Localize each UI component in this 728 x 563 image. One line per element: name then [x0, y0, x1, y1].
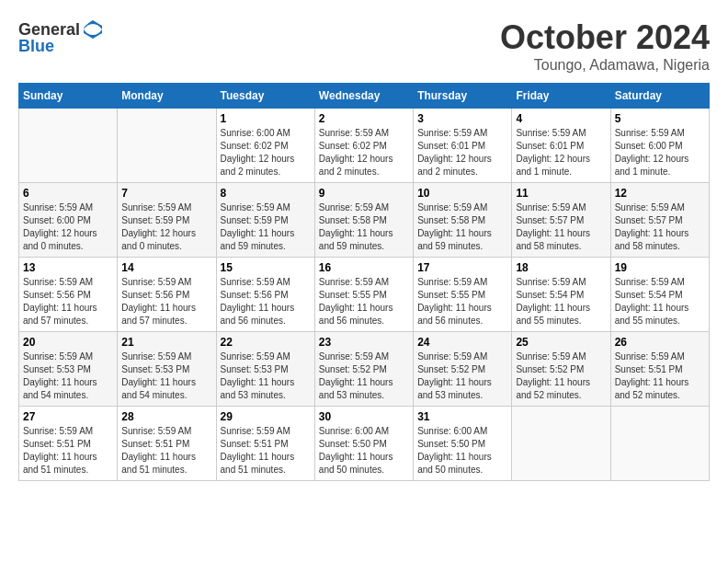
- calendar-cell: 16Sunrise: 5:59 AMSunset: 5:55 PMDayligh…: [314, 258, 413, 332]
- calendar-week-row: 20Sunrise: 5:59 AMSunset: 5:53 PMDayligh…: [19, 332, 710, 407]
- title-area: October 2024 Toungo, Adamawa, Nigeria: [500, 18, 710, 74]
- day-info: Sunrise: 5:59 AMSunset: 5:56 PMDaylight:…: [221, 276, 311, 327]
- weekday-header-friday: Friday: [512, 84, 610, 109]
- calendar-cell: 24Sunrise: 5:59 AMSunset: 5:52 PMDayligh…: [414, 332, 512, 407]
- calendar-week-row: 13Sunrise: 5:59 AMSunset: 5:56 PMDayligh…: [19, 258, 710, 332]
- day-number: 25: [516, 336, 606, 349]
- day-number: 26: [615, 336, 705, 349]
- calendar-cell: 9Sunrise: 5:59 AMSunset: 5:58 PMDaylight…: [314, 183, 413, 258]
- day-info: Sunrise: 5:59 AMSunset: 5:57 PMDaylight:…: [615, 201, 705, 253]
- day-number: 27: [23, 410, 113, 423]
- day-number: 16: [319, 261, 409, 274]
- day-info: Sunrise: 5:59 AMSunset: 6:01 PMDaylight:…: [516, 127, 606, 178]
- day-info: Sunrise: 5:59 AMSunset: 6:00 PMDaylight:…: [615, 127, 705, 178]
- day-number: 4: [516, 112, 606, 125]
- day-info: Sunrise: 5:59 AMSunset: 5:51 PMDaylight:…: [615, 350, 705, 402]
- calendar-cell: 12Sunrise: 5:59 AMSunset: 5:57 PMDayligh…: [610, 183, 709, 258]
- logo-icon: [82, 18, 104, 40]
- calendar-week-row: 6Sunrise: 5:59 AMSunset: 6:00 PMDaylight…: [19, 183, 710, 258]
- calendar-cell: 20Sunrise: 5:59 AMSunset: 5:53 PMDayligh…: [19, 332, 118, 407]
- day-info: Sunrise: 6:00 AMSunset: 5:50 PMDaylight:…: [319, 425, 409, 477]
- calendar-week-row: 27Sunrise: 5:59 AMSunset: 5:51 PMDayligh…: [19, 407, 710, 481]
- calendar-cell: 6Sunrise: 5:59 AMSunset: 6:00 PMDaylight…: [19, 183, 118, 258]
- day-number: 14: [121, 261, 211, 274]
- day-number: 11: [516, 187, 606, 200]
- day-number: 19: [615, 261, 705, 274]
- weekday-header-tuesday: Tuesday: [216, 84, 314, 109]
- day-info: Sunrise: 5:59 AMSunset: 5:54 PMDaylight:…: [516, 276, 606, 327]
- day-info: Sunrise: 5:59 AMSunset: 6:00 PMDaylight:…: [23, 201, 113, 253]
- day-info: Sunrise: 5:59 AMSunset: 5:52 PMDaylight:…: [417, 350, 507, 402]
- day-number: 8: [221, 187, 311, 200]
- day-info: Sunrise: 5:59 AMSunset: 5:56 PMDaylight:…: [121, 276, 211, 327]
- day-number: 24: [417, 336, 507, 349]
- calendar-cell: 21Sunrise: 5:59 AMSunset: 5:53 PMDayligh…: [118, 332, 216, 407]
- day-info: Sunrise: 5:59 AMSunset: 5:53 PMDaylight:…: [221, 350, 311, 402]
- day-info: Sunrise: 5:59 AMSunset: 5:53 PMDaylight:…: [23, 350, 113, 402]
- calendar-cell: 25Sunrise: 5:59 AMSunset: 5:52 PMDayligh…: [512, 332, 610, 407]
- day-number: 9: [319, 187, 409, 200]
- calendar-cell: 18Sunrise: 5:59 AMSunset: 5:54 PMDayligh…: [512, 258, 610, 332]
- calendar-cell: [512, 407, 610, 481]
- day-info: Sunrise: 5:59 AMSunset: 6:01 PMDaylight:…: [417, 127, 507, 178]
- calendar-cell: 31Sunrise: 6:00 AMSunset: 5:50 PMDayligh…: [414, 407, 512, 481]
- logo: General Blue: [18, 18, 104, 56]
- logo-blue-text: Blue: [18, 37, 54, 56]
- calendar-cell: 30Sunrise: 6:00 AMSunset: 5:50 PMDayligh…: [314, 407, 413, 481]
- day-info: Sunrise: 5:59 AMSunset: 6:02 PMDaylight:…: [319, 127, 409, 178]
- calendar-cell: 17Sunrise: 5:59 AMSunset: 5:55 PMDayligh…: [414, 258, 512, 332]
- calendar-cell: 10Sunrise: 5:59 AMSunset: 5:58 PMDayligh…: [414, 183, 512, 258]
- header: General Blue October 2024 Toungo, Adamaw…: [18, 18, 710, 74]
- day-number: 29: [221, 410, 311, 423]
- day-number: 17: [417, 261, 507, 274]
- calendar-cell: 22Sunrise: 5:59 AMSunset: 5:53 PMDayligh…: [216, 332, 314, 407]
- weekday-header-row: SundayMondayTuesdayWednesdayThursdayFrid…: [19, 84, 710, 109]
- calendar-cell: 11Sunrise: 5:59 AMSunset: 5:57 PMDayligh…: [512, 183, 610, 258]
- day-number: 22: [221, 336, 311, 349]
- month-title: October 2024: [500, 18, 710, 57]
- day-number: 3: [417, 112, 507, 125]
- day-number: 15: [221, 261, 311, 274]
- day-info: Sunrise: 5:59 AMSunset: 5:56 PMDaylight:…: [23, 276, 113, 327]
- day-number: 1: [221, 112, 311, 125]
- day-number: 2: [319, 112, 409, 125]
- day-number: 31: [417, 410, 507, 423]
- day-info: Sunrise: 5:59 AMSunset: 5:58 PMDaylight:…: [417, 201, 507, 253]
- day-info: Sunrise: 5:59 AMSunset: 5:59 PMDaylight:…: [121, 201, 211, 253]
- day-number: 30: [319, 410, 409, 423]
- day-number: 5: [615, 112, 705, 125]
- calendar-cell: 27Sunrise: 5:59 AMSunset: 5:51 PMDayligh…: [19, 407, 118, 481]
- day-info: Sunrise: 5:59 AMSunset: 5:58 PMDaylight:…: [319, 201, 409, 253]
- weekday-header-thursday: Thursday: [414, 84, 512, 109]
- day-info: Sunrise: 5:59 AMSunset: 5:51 PMDaylight:…: [121, 425, 211, 477]
- calendar-cell: 4Sunrise: 5:59 AMSunset: 6:01 PMDaylight…: [512, 109, 610, 183]
- calendar-cell: 7Sunrise: 5:59 AMSunset: 5:59 PMDaylight…: [118, 183, 216, 258]
- day-info: Sunrise: 5:59 AMSunset: 5:51 PMDaylight:…: [221, 425, 311, 477]
- calendar-cell: 13Sunrise: 5:59 AMSunset: 5:56 PMDayligh…: [19, 258, 118, 332]
- weekday-header-saturday: Saturday: [610, 84, 709, 109]
- day-info: Sunrise: 6:00 AMSunset: 6:02 PMDaylight:…: [221, 127, 311, 178]
- day-number: 7: [121, 187, 211, 200]
- day-number: 18: [516, 261, 606, 274]
- calendar-cell: 19Sunrise: 5:59 AMSunset: 5:54 PMDayligh…: [610, 258, 709, 332]
- day-info: Sunrise: 5:59 AMSunset: 5:55 PMDaylight:…: [417, 276, 507, 327]
- calendar-cell: 5Sunrise: 5:59 AMSunset: 6:00 PMDaylight…: [610, 109, 709, 183]
- calendar-cell: 15Sunrise: 5:59 AMSunset: 5:56 PMDayligh…: [216, 258, 314, 332]
- calendar-cell: [610, 407, 709, 481]
- calendar-cell: 2Sunrise: 5:59 AMSunset: 6:02 PMDaylight…: [314, 109, 413, 183]
- day-number: 28: [121, 410, 211, 423]
- weekday-header-sunday: Sunday: [19, 84, 118, 109]
- calendar-cell: 29Sunrise: 5:59 AMSunset: 5:51 PMDayligh…: [216, 407, 314, 481]
- day-number: 12: [615, 187, 705, 200]
- day-number: 13: [23, 261, 113, 274]
- day-info: Sunrise: 5:59 AMSunset: 5:52 PMDaylight:…: [516, 350, 606, 402]
- calendar-week-row: 1Sunrise: 6:00 AMSunset: 6:02 PMDaylight…: [19, 109, 710, 183]
- calendar-cell: 28Sunrise: 5:59 AMSunset: 5:51 PMDayligh…: [118, 407, 216, 481]
- day-number: 10: [417, 187, 507, 200]
- weekday-header-wednesday: Wednesday: [314, 84, 413, 109]
- day-info: Sunrise: 5:59 AMSunset: 5:57 PMDaylight:…: [516, 201, 606, 253]
- calendar-cell: 14Sunrise: 5:59 AMSunset: 5:56 PMDayligh…: [118, 258, 216, 332]
- day-info: Sunrise: 6:00 AMSunset: 5:50 PMDaylight:…: [417, 425, 507, 477]
- day-number: 23: [319, 336, 409, 349]
- calendar-cell: 26Sunrise: 5:59 AMSunset: 5:51 PMDayligh…: [610, 332, 709, 407]
